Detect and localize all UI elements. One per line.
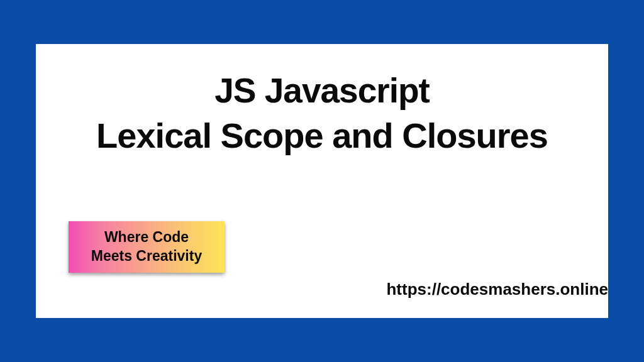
tagline-box: Where Code Meets Creativity (69, 221, 225, 273)
title-block: JS Javascript Lexical Scope and Closures (36, 44, 608, 155)
site-url: https://codesmashers.online (386, 280, 608, 299)
tagline-line-1: Where Code (104, 228, 189, 247)
content-card: JS Javascript Lexical Scope and Closures… (36, 44, 608, 318)
tagline-line-2: Meets Creativity (91, 247, 202, 266)
title-line-1: JS Javascript (36, 72, 608, 110)
title-line-2: Lexical Scope and Closures (36, 116, 608, 155)
